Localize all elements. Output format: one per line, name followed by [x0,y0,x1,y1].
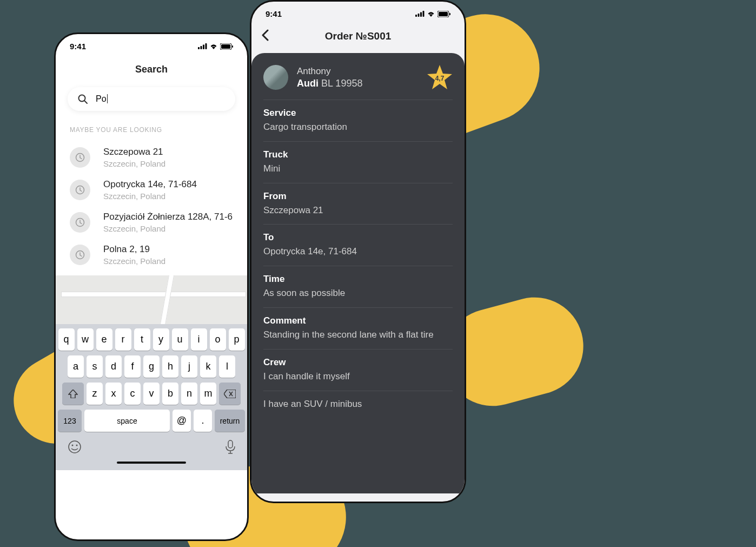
detail-label: Time [263,274,453,285]
order-phone-frame: 9:41 Order №S001 Anthony Audi BL 19958 [250,0,466,503]
letter-key[interactable]: a [68,355,84,378]
letter-key[interactable]: p [229,328,245,351]
detail-label: Crew [263,357,453,368]
letter-key[interactable]: h [162,355,178,378]
suggestion-title: Pozyjaciół Żołnierza 128A, 71-6 [103,212,233,222]
svg-rect-2 [203,45,204,50]
letter-key[interactable]: l [219,355,235,378]
order-header: Order №S001 [251,22,465,53]
emoji-icon [68,440,82,454]
letter-key[interactable]: f [124,355,141,378]
chevron-left-icon [261,29,269,41]
microphone-icon [226,440,235,454]
search-input[interactable]: Po [96,94,108,104]
order-detail-row: To Opotrycka 14e, 71-684 [263,225,453,266]
status-icons [198,43,233,50]
letter-key[interactable]: c [124,383,141,405]
return-key[interactable]: return [215,410,245,432]
suggestion-item[interactable]: Szczepowa 21 Szczecin, Poland [56,141,247,174]
status-bar: 9:41 [251,2,465,22]
avatar [263,65,288,90]
letter-key[interactable]: i [191,328,207,351]
letter-key[interactable]: m [200,383,216,405]
rating-value: 4,7 [427,65,453,90]
emoji-key[interactable] [68,440,82,456]
detail-value: As soon as possible [263,287,453,300]
suggestion-text: Opotrycka 14e, 71-684 Szczecin, Poland [103,179,197,201]
shift-key[interactable] [62,383,84,405]
signal-icon [415,11,425,17]
suggestions-hint: MAYBE YOU ARE LOOKING [70,126,233,134]
order-detail-row: Comment Standing in the second lane with… [263,308,453,350]
detail-value: Standing in the second lane with a flat … [263,328,453,341]
search-icon [77,94,88,104]
svg-rect-20 [423,11,425,17]
letter-key[interactable]: e [96,328,112,351]
letter-key[interactable]: d [105,355,122,378]
letter-key[interactable]: n [181,383,197,405]
suggestion-item[interactable]: Polna 2, 19 Szczecin, Poland [56,239,247,271]
letter-key[interactable]: s [87,355,103,378]
status-bar: 9:41 [56,34,247,54]
letter-key[interactable]: j [181,355,197,378]
wifi-icon [427,11,435,17]
suggestion-text: Polna 2, 19 Szczecin, Poland [103,244,165,266]
detail-value: Mini [263,162,453,175]
driver-car: Audi BL 19958 [297,78,418,89]
backspace-key[interactable] [219,383,241,405]
svg-rect-6 [232,45,233,48]
status-time: 9:41 [266,9,282,18]
backspace-icon [224,390,236,398]
page-title: Search [56,54,247,87]
letter-key[interactable]: q [58,328,75,351]
history-icon [70,180,90,200]
letter-key[interactable]: b [162,383,178,405]
order-detail-row: Service Cargo transportation [263,100,453,142]
detail-value: I can handle it myself [263,370,453,383]
order-detail-row: From Szczepowa 21 [263,183,453,225]
at-key[interactable]: @ [173,410,191,432]
status-icons [415,11,450,17]
svg-line-8 [84,101,87,103]
driver-row[interactable]: Anthony Audi BL 19958 4,7 [263,65,453,100]
order-detail-row: Truck Mini [263,142,453,183]
search-field[interactable]: Po [68,87,235,111]
letter-key[interactable]: u [172,328,188,351]
letter-key[interactable]: k [200,355,216,378]
order-detail-row: Crew I can handle it myself [263,350,453,391]
suggestion-subtitle: Szczecin, Poland [103,224,233,233]
suggestion-subtitle: Szczecin, Poland [103,256,165,266]
suggestion-item[interactable]: Pozyjaciół Żołnierza 128A, 71-6 Szczecin… [56,206,247,239]
dot-key[interactable]: . [194,410,212,432]
letter-key[interactable]: w [77,328,94,351]
suggestion-title: Polna 2, 19 [103,244,165,255]
suggestion-item[interactable]: Opotrycka 14e, 71-684 Szczecin, Poland [56,174,247,206]
letter-key[interactable]: y [153,328,169,351]
suggestion-subtitle: Szczecin, Poland [103,192,197,201]
detail-label: Comment [263,315,453,326]
map-preview[interactable] [56,275,247,324]
detail-value: Opotrycka 14e, 71-684 [263,245,453,258]
on-screen-keyboard: qwertyuiop asdfghjkl zxcvbnm 123 space @… [56,324,247,470]
home-indicator[interactable] [117,462,186,464]
suggestion-subtitle: Szczecin, Poland [103,159,165,168]
space-key[interactable]: space [84,410,170,432]
letter-key[interactable]: r [115,328,131,351]
dictation-key[interactable] [226,440,235,456]
letter-key[interactable]: v [143,383,160,405]
rating-badge: 4,7 [427,65,453,90]
order-detail-row: Time As soon as possible [263,266,453,308]
detail-label: From [263,191,453,202]
order-body: Anthony Audi BL 19958 4,7 Service Cargo … [251,53,465,493]
letter-key[interactable]: g [143,355,160,378]
detail-label: Truck [263,149,453,160]
back-button[interactable] [261,29,269,44]
numeric-key[interactable]: 123 [58,410,82,432]
letter-key[interactable]: z [87,383,103,405]
letter-key[interactable]: x [105,383,122,405]
battery-icon [437,11,450,17]
detail-label: To [263,232,453,243]
letter-key[interactable]: o [210,328,226,351]
letter-key[interactable]: t [134,328,150,351]
detail-value: Szczepowa 21 [263,204,453,217]
